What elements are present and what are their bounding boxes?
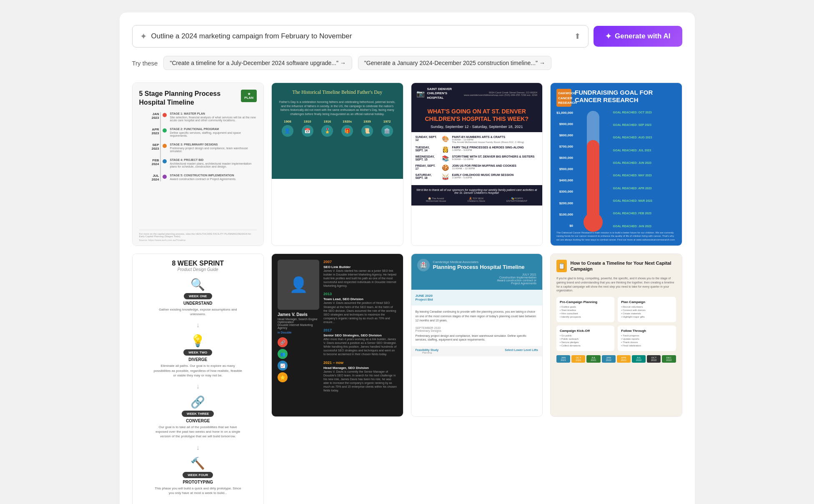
search-input[interactable] (151, 32, 570, 40)
hospital-title: 5 Stage Planning Process Hospital Timeli… (139, 90, 223, 107)
suggestion-chip-2[interactable]: "Generate a January 2024-December 2025 c… (358, 56, 551, 70)
stage-text-4: Architectural master plans, architectura… (170, 162, 257, 168)
card-fathers-day[interactable]: The Historical Timeline Behind Father's … (271, 83, 403, 246)
sprint-arrow-3: ↓ (196, 444, 200, 451)
arts-crafts-icon: 🎨 (442, 135, 449, 142)
stdenver-logo-text: SAINT DENVER CHILDREN'S HOSPITAL (427, 87, 462, 100)
fathers-icon-1908: 👤 (282, 125, 293, 137)
capital-phase-1: Pre-Campaign Planning • Outline goals • … (556, 297, 614, 322)
sprint-arrow-2: ↓ (196, 383, 200, 390)
capital-timeline-row: JAN2021 OCT2021 JUL2021 JAN2022 APR2022 … (556, 355, 676, 363)
career-name: James V. Davis (278, 312, 319, 317)
planning-date-badge: JULY 2021Construction ImplementationAwar… (417, 273, 537, 285)
career-circle-2: 👥 (278, 349, 288, 359)
goal-may-2023: GOAL REACHED: MAY 2023 (613, 174, 676, 177)
goal-oct-2023: GOAL REACHED: OCT 2023 (613, 111, 676, 114)
planning-preliminary: SEPTEMBER 2020Preliminary Designs (416, 326, 538, 332)
oakwood-logo: OAKWOODCANCERRESEARCH (556, 89, 571, 107)
week-one-name: UNDERSTAND (183, 301, 212, 306)
feasibility-indicator: Feasibility Study Planning (416, 349, 439, 354)
planning-prelim-desc: Preliminary project design and complianc… (416, 334, 538, 342)
upload-icon[interactable]: ⬆ (574, 32, 581, 41)
planning-header: 🏥 Cambridge Medical Associates Planning … (411, 254, 543, 290)
fathers-icon-1920s: 🎁 (341, 125, 353, 137)
fundraising-goals: GOAL REACHED: OCT 2023 GOAL REACHED: SEP… (613, 111, 676, 228)
planning-stage-indicators: Feasibility Study Planning Select Lower … (411, 346, 543, 356)
search-input-wrapper: ✦ ⬆ (132, 25, 589, 48)
career-year-2007: 2007 SEO Link Builder James V. Davis sta… (323, 260, 397, 288)
stdenver-main-title: WHAT'S GOING ON AT ST. DENVER CHILDREN'S… (411, 104, 543, 124)
hospital-badge: ★PLAN (241, 90, 257, 102)
stdenver-day-4: FRIDAY, SEPT. 17 🍪 JOIN US FOR FRESH MUF… (416, 164, 538, 171)
thermometer-bulb (584, 213, 603, 232)
career-circle-4: ⭐ (278, 372, 288, 382)
sprint-weeks: 🔍 WEEK ONE UNDERSTAND Gather existing kn… (138, 278, 258, 495)
card-career[interactable]: 👤 James V. Davis Head Manager, Search En… (271, 253, 403, 417)
card-planning-process[interactable]: 🏥 Cambridge Medical Associates Planning … (411, 253, 543, 417)
capital-phase-3: Campaign Kick-Off • Go public • Public o… (556, 326, 614, 351)
week-three-name: CONVERGE (186, 419, 210, 423)
capital-month-oct2022: OCT2022 (647, 355, 661, 363)
fundraising-title: FUNDRAISING GOAL FOR CANCER RESEARCH (575, 89, 676, 104)
sprint-week-diverge: 💡 WEEK TWO DIVERGE Eliminate all paths. … (152, 334, 244, 378)
generate-spark-icon: ✦ (605, 32, 611, 41)
timeline-date-1: JAN2023 (143, 112, 159, 120)
week-two-badge: WEEK TWO (183, 349, 212, 356)
card-fundraising[interactable]: OAKWOODCANCERRESEARCH FUNDRAISING GOAL F… (550, 83, 682, 246)
career-photo-area: 👤 James V. Davis Head Manager, Search En… (278, 260, 319, 411)
capital-month-apr2022: APR2022 (617, 355, 631, 363)
timeline-visual: JAN2023 STAGE 1: MASTER PLAN Site select… (139, 112, 257, 181)
stdenver-day-2: TUESDAY, SEPT. 14 👸 FAIRY TALE PRINCESSE… (416, 146, 538, 153)
fairy-tale-icon: 👸 (442, 146, 449, 153)
cambridge-logo-icon: 🏥 (417, 259, 430, 271)
career-content: 👤 James V. Davis Head Manager, Search En… (278, 260, 397, 411)
fundraising-header: OAKWOODCANCERRESEARCH FUNDRAISING GOAL F… (556, 89, 676, 107)
try-these-row: Try these "Create a timeline for a July-… (132, 56, 682, 70)
prototyping-icon: 🔨 (190, 456, 205, 470)
timeline-dot-2 (163, 128, 167, 133)
sponsor-1: 🏠 The ArnoldMcDermott House (426, 197, 446, 202)
stdenver-day-3: WEDNESDAY, SEPT. 15 📚 STORYTIME WITH ST.… (416, 155, 538, 162)
sprint-subtitle: Product Design Guide (138, 267, 258, 272)
goal-jan-2023: GOAL REACHED: JAN 2023 (613, 225, 676, 228)
timeline-item-4: FEB2024 STAGE 4: PROJECT BID Architectur… (143, 158, 257, 168)
goal-apr-2023: GOAL REACHED: APR 2023 (613, 187, 676, 190)
music-icon: 🥁 (442, 173, 449, 180)
fathers-icon-1972: 🏛️ (381, 125, 393, 137)
goal-mar-2023: GOAL REACHED: MAR 2023 (613, 199, 676, 202)
suggestion-chip-1[interactable]: "Create a timeline for a July-December 2… (163, 56, 352, 70)
career-photo: 👤 (278, 260, 319, 310)
goal-aug-2023: GOAL REACHED: AUG 2023 (613, 136, 676, 139)
spark-icon: ✦ (140, 31, 147, 41)
sprint-arrow-1: ↓ (196, 321, 200, 329)
week-four-badge: WEEK FOUR (183, 472, 213, 478)
oakwood-logo-text: OAKWOODCANCERRESEARCH (558, 91, 577, 105)
card-hospital-timeline[interactable]: 5 Stage Planning Process Hospital Timeli… (132, 83, 264, 246)
planning-content-area: By leaving Canadian continuing to provid… (411, 306, 543, 346)
career-circle-1: 🔗 (278, 337, 288, 347)
fathers-icon-1916: 🎖️ (321, 125, 333, 137)
career-circle-3: 📈 (278, 361, 288, 371)
career-year-2021: 2021 – now Head Manager, SEO Division Ja… (323, 361, 397, 393)
timeline-date-5: JUL2024 (143, 174, 159, 181)
generate-button[interactable]: ✦ Generate with AI (594, 26, 682, 47)
fathers-icon-1939: 📜 (361, 125, 373, 137)
timeline-date-4: FEB2024 (143, 158, 159, 166)
camera-icon: 📷 (416, 90, 425, 98)
stdenver-footer: We'd like to thank all of our sponsors f… (411, 185, 543, 206)
planning-description: By leaving Canadian continuing to provid… (416, 310, 538, 323)
capital-month-jan2021: JAN2021 (556, 355, 570, 363)
fathers-year-1916: 1916 🎖️ (318, 120, 338, 138)
card-sprint[interactable]: 8 WEEK SPRINT Product Design Guide 🔍 WEE… (132, 253, 264, 504)
card-capital-campaign[interactable]: 📋 How to Create a Timeline for Your Next… (550, 253, 682, 417)
hospital-footer: For more on the capital planning process… (139, 230, 257, 241)
capital-header: 📋 How to Create a Timeline for Your Next… (556, 260, 676, 272)
stdenver-day-5: SATURDAY, SEPT. 18 🥁 EARLY CHILDHOOD MUS… (416, 173, 538, 180)
card-st-denver[interactable]: 📷 SAINT DENVER CHILDREN'S HOSPITAL 5534 … (411, 83, 543, 246)
fundraising-chart: $1,000,000 $900,000 $800,000 $700,000 $6… (556, 111, 676, 228)
career-icon-circles: 🔗 👥 📈 ⭐ (278, 337, 319, 382)
fathers-intro: Father's Day is a celebration honoring f… (278, 100, 397, 116)
week-two-name: DIVERGE (188, 357, 207, 362)
timeline-dot-4 (163, 159, 167, 163)
diverge-icon: 💡 (190, 334, 205, 348)
